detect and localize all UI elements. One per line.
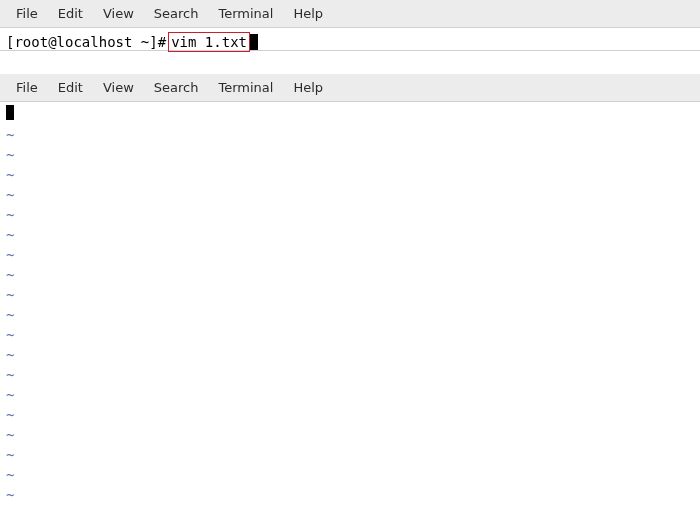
cursor-icon	[250, 34, 258, 50]
vim-tilde-line: ~	[6, 165, 694, 185]
vim-tilde-line: ~	[6, 365, 694, 385]
vim-tilde-line: ~	[6, 485, 694, 505]
terminal-top[interactable]: [root@localhost ~]# vim 1.txt	[0, 28, 700, 51]
menu-file[interactable]: File	[6, 4, 48, 23]
vim-tilde-line: ~	[6, 345, 694, 365]
vim-tilde-line: ~	[6, 245, 694, 265]
vim-editor[interactable]: ~ ~ ~ ~ ~ ~ ~ ~ ~ ~ ~ ~ ~ ~ ~ ~ ~ ~ ~	[0, 102, 700, 531]
menu-terminal[interactable]: Terminal	[208, 4, 283, 23]
shell-prompt-line: [root@localhost ~]# vim 1.txt	[6, 32, 694, 52]
vim-tilde-line: ~	[6, 465, 694, 485]
menu-help[interactable]: Help	[283, 4, 333, 23]
vim-current-line	[6, 105, 694, 123]
menu-terminal[interactable]: Terminal	[208, 78, 283, 97]
vim-tilde-line: ~	[6, 125, 694, 145]
menu-search[interactable]: Search	[144, 78, 209, 97]
vim-tilde-line: ~	[6, 185, 694, 205]
vim-tilde-line: ~	[6, 445, 694, 465]
menu-search[interactable]: Search	[144, 4, 209, 23]
command-highlight-box: vim 1.txt	[168, 32, 250, 52]
menu-view[interactable]: View	[93, 4, 144, 23]
menu-file[interactable]: File	[6, 78, 48, 97]
shell-command: vim 1.txt	[171, 33, 247, 51]
gap	[0, 51, 700, 74]
vim-tilde-line: ~	[6, 205, 694, 225]
menu-edit[interactable]: Edit	[48, 78, 93, 97]
vim-tilde-line: ~	[6, 325, 694, 345]
vim-tilde-line: ~	[6, 405, 694, 425]
menu-view[interactable]: View	[93, 78, 144, 97]
vim-tilde-line: ~	[6, 285, 694, 305]
terminal-bottom[interactable]: ~ ~ ~ ~ ~ ~ ~ ~ ~ ~ ~ ~ ~ ~ ~ ~ ~ ~ ~ "1…	[0, 102, 700, 531]
vim-cursor-icon	[6, 105, 14, 120]
menu-help[interactable]: Help	[283, 78, 333, 97]
vim-tilde-line: ~	[6, 265, 694, 285]
menubar-top: File Edit View Search Terminal Help	[0, 0, 700, 28]
vim-tilde-line: ~	[6, 385, 694, 405]
menubar-bottom: File Edit View Search Terminal Help	[0, 74, 700, 102]
vim-tilde-line: ~	[6, 305, 694, 325]
vim-tilde-line: ~	[6, 225, 694, 245]
vim-tilde-line: ~	[6, 145, 694, 165]
menu-edit[interactable]: Edit	[48, 4, 93, 23]
shell-prompt: [root@localhost ~]#	[6, 33, 166, 51]
vim-tilde-line: ~	[6, 425, 694, 445]
